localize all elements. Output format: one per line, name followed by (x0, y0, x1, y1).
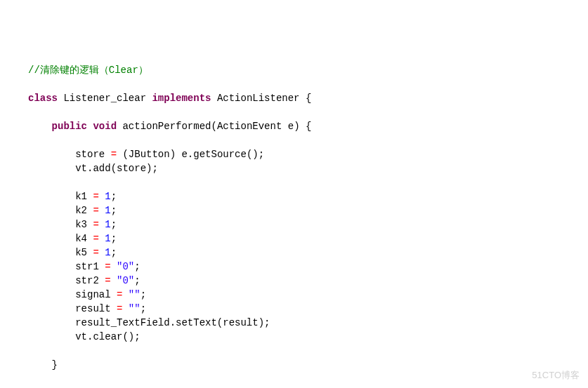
op-eq: = (117, 289, 122, 300)
stmt: vt.add(store); (75, 163, 158, 174)
stmt: result_TextField.setText(result); (75, 317, 270, 328)
semi: ; (111, 247, 117, 258)
num: 1 (105, 233, 110, 244)
semi: ; (111, 191, 117, 202)
keyword-public: public (52, 121, 87, 132)
semi: ; (141, 303, 146, 314)
watermark: 51CTO博客 (532, 368, 580, 382)
keyword-class: class (28, 93, 58, 104)
op-eq: = (93, 233, 98, 244)
class-name: Listener_clear (63, 93, 146, 104)
brace-close: } (52, 359, 58, 370)
param-type: ActionEvent (217, 121, 282, 132)
op-eq: = (117, 303, 122, 314)
num: 1 (105, 205, 110, 216)
var: result (75, 303, 110, 314)
keyword-void: void (93, 121, 117, 132)
str: "" (129, 289, 141, 300)
code-block: //清除键的逻辑（Clear） class Listener_clear imp… (28, 63, 560, 388)
var: str1 (75, 261, 99, 272)
param-name: e (288, 121, 294, 132)
num: 1 (105, 247, 110, 258)
num: 1 (105, 191, 110, 202)
var: k3 (75, 219, 87, 230)
semi: ; (111, 219, 117, 230)
stmt: (JButton) e.getSource(); (122, 149, 264, 160)
var: signal (75, 289, 110, 300)
comment-line: //清除键的逻辑（Clear） (28, 65, 148, 76)
op-eq: = (93, 191, 98, 202)
num: 1 (105, 219, 110, 230)
var: k4 (75, 233, 87, 244)
keyword-implements: implements (152, 93, 211, 104)
str: "0" (117, 275, 134, 286)
op-eq: = (111, 149, 117, 160)
brace-open: { (306, 121, 311, 132)
op-eq: = (105, 261, 110, 272)
semi: ; (141, 289, 146, 300)
op-eq: = (93, 247, 98, 258)
semi: ; (134, 261, 140, 272)
stmt: store (75, 149, 105, 160)
op-eq: = (93, 219, 98, 230)
op-eq: = (93, 205, 98, 216)
brace-open: { (306, 93, 311, 104)
str: "" (129, 303, 141, 314)
var: k1 (75, 191, 87, 202)
semi: ; (134, 275, 140, 286)
semi: ; (111, 205, 117, 216)
op-eq: = (105, 275, 110, 286)
str: "0" (117, 261, 134, 272)
stmt: vt.clear(); (75, 331, 140, 342)
semi: ; (111, 233, 117, 244)
interface-name: ActionListener (217, 93, 300, 104)
method-name: actionPerformed (122, 121, 211, 132)
var: str2 (75, 275, 99, 286)
var: k2 (75, 205, 87, 216)
var: k5 (75, 247, 87, 258)
